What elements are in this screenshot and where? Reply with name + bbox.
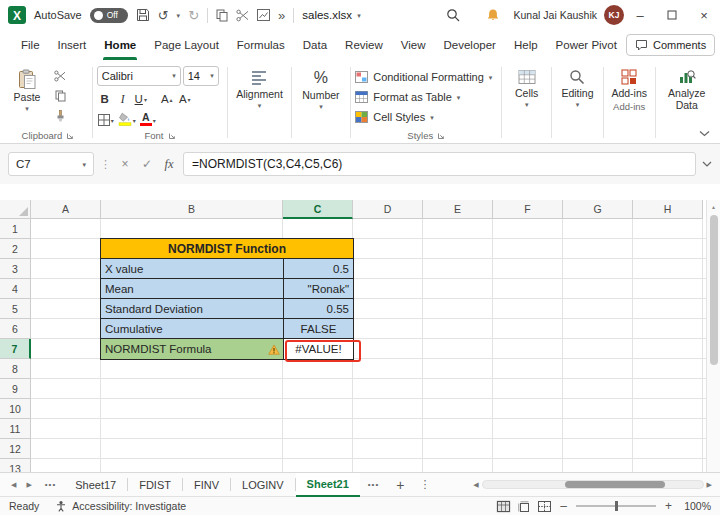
horizontal-scrollbar[interactable]: ◀ ▶ (473, 480, 714, 489)
chart-icon[interactable] (257, 9, 270, 21)
page-break-view-button[interactable] (538, 501, 551, 512)
zoom-slider[interactable] (576, 505, 656, 507)
font-color-button[interactable]: A▾ (139, 109, 157, 126)
autosave-toggle[interactable]: Off (90, 8, 128, 23)
undo-caret-icon[interactable]: ▾ (177, 12, 181, 19)
cut-icon[interactable] (236, 9, 249, 22)
collapse-ribbon-icon[interactable] (699, 130, 710, 137)
column-header-c[interactable]: C (283, 200, 353, 219)
tab-power-pivot[interactable]: Power Pivot (547, 30, 626, 60)
minimize-button[interactable]: – (624, 0, 656, 30)
row-header-13[interactable]: 13 (0, 459, 31, 472)
user-name[interactable]: Kunal Jai Kaushik (514, 9, 597, 21)
format-as-table-button[interactable]: Format as Table ▾ (353, 88, 460, 106)
alignment-button[interactable]: Alignment ▾ (230, 65, 288, 109)
borders-button[interactable]: ▾ (97, 109, 115, 126)
sheet-tab-loginv[interactable]: LOGINV (231, 473, 295, 497)
formula-input[interactable]: =NORMDIST(C3,C4,C5,C6) (183, 152, 696, 176)
dialog-launcher-icon[interactable] (66, 132, 74, 140)
editing-button[interactable]: Editing ▾ (554, 65, 601, 108)
cancel-entry-button[interactable]: × (117, 157, 133, 171)
sheet-tab-sheet17[interactable]: Sheet17 (64, 473, 127, 497)
maximize-button[interactable] (656, 0, 688, 30)
conditional-formatting-button[interactable]: Conditional Formatting ▾ (353, 68, 492, 86)
column-header-f[interactable]: F (493, 200, 563, 219)
sheet-overflow-left[interactable]: ••• (37, 480, 64, 489)
tab-file[interactable]: File (12, 30, 49, 60)
document-title[interactable]: sales.xlsx ▾ (302, 9, 360, 21)
user-avatar[interactable]: KJ (604, 5, 624, 25)
analyze-data-button[interactable]: Analyze Data (658, 65, 716, 111)
comments-button[interactable]: Comments (626, 34, 715, 56)
vscroll-thumb[interactable] (710, 215, 718, 365)
scroll-left-icon[interactable]: ◀ (473, 481, 478, 489)
cell-styles-button[interactable]: Cell Styles ▾ (353, 108, 433, 126)
cells-button[interactable]: Cells ▾ (504, 65, 549, 108)
tab-home[interactable]: Home (95, 30, 145, 60)
tab-formulas[interactable]: Formulas (228, 30, 294, 60)
redo-icon[interactable]: ↻ (188, 9, 199, 22)
formula-bar-expand-icon[interactable] (702, 161, 712, 167)
row-header-5[interactable]: 5 (0, 299, 31, 319)
row-header-7[interactable]: 7 (0, 339, 31, 359)
scroll-right-icon[interactable]: ▶ (707, 481, 712, 489)
name-box[interactable]: C7 ▾ (8, 152, 94, 176)
cell-b5[interactable]: Standard Deviation (101, 299, 284, 318)
copy-button[interactable] (50, 88, 70, 104)
format-painter-button[interactable] (50, 108, 70, 124)
zoom-slider-thumb[interactable] (615, 501, 618, 511)
row-header-1[interactable]: 1 (0, 219, 31, 239)
undo-icon[interactable]: ↺ (158, 9, 169, 22)
row-header-9[interactable]: 9 (0, 379, 31, 399)
row-header-8[interactable]: 8 (0, 359, 31, 379)
tab-insert[interactable]: Insert (49, 30, 96, 60)
tab-review[interactable]: Review (336, 30, 392, 60)
row-header-6[interactable]: 6 (0, 319, 31, 339)
select-all-corner[interactable] (0, 200, 31, 219)
row-header-10[interactable]: 10 (0, 399, 31, 419)
zoom-in-button[interactable]: + (663, 499, 674, 513)
sheet-tab-finv[interactable]: FINV (183, 473, 230, 497)
page-layout-view-button[interactable] (518, 501, 531, 512)
cell-c7-active[interactable]: #VALUE! (284, 339, 353, 359)
column-header-e[interactable]: E (423, 200, 493, 219)
row-header-12[interactable]: 12 (0, 439, 31, 459)
toolbar-overflow-icon[interactable]: » (278, 9, 285, 22)
dialog-launcher-icon[interactable] (168, 132, 176, 140)
formula-bar-handle-icon[interactable]: ⋮ (100, 158, 111, 171)
dialog-launcher-icon[interactable] (437, 132, 445, 140)
error-warning-icon[interactable] (268, 344, 280, 355)
sheet-nav-right-icon[interactable]: ▶ (21, 481, 36, 489)
cell-b7[interactable]: NORMDIST Formula (101, 339, 284, 359)
cell-b6[interactable]: Cumulative (101, 319, 284, 338)
hscroll-thumb[interactable] (565, 481, 665, 488)
zoom-level[interactable]: 100% (681, 500, 711, 512)
insert-function-button[interactable]: fx (161, 157, 177, 172)
cell-c5[interactable]: 0.55 (284, 299, 353, 318)
cell-b3[interactable]: X value (101, 259, 284, 278)
tab-developer[interactable]: Developer (435, 30, 505, 60)
tab-view[interactable]: View (392, 30, 435, 60)
italic-button[interactable]: I (115, 88, 131, 105)
normal-view-button[interactable] (496, 500, 511, 513)
cell-b4[interactable]: Mean (101, 279, 284, 298)
cell-c4[interactable]: "Ronak" (284, 279, 353, 298)
paste-button[interactable]: Paste ▾ (6, 65, 48, 112)
hscroll-track[interactable] (482, 480, 704, 489)
sheet-tab-fdist[interactable]: FDIST (128, 473, 182, 497)
decrease-font-button[interactable]: A▾ (177, 88, 193, 105)
font-name-select[interactable]: Calibri ▾ (97, 66, 181, 86)
row-header-11[interactable]: 11 (0, 419, 31, 439)
zoom-out-button[interactable]: – (558, 499, 569, 513)
increase-font-button[interactable]: A▴ (159, 88, 175, 105)
bold-button[interactable]: B (97, 88, 113, 105)
cell-c6[interactable]: FALSE (284, 319, 353, 338)
tab-help[interactable]: Help (505, 30, 547, 60)
cell-c3[interactable]: 0.5 (284, 259, 353, 278)
confirm-entry-button[interactable]: ✓ (139, 157, 155, 171)
accessibility-status[interactable]: Accessibility: Investigate (55, 500, 186, 512)
addins-button[interactable]: Add-ins (606, 65, 653, 99)
column-header-a[interactable]: A (31, 200, 101, 219)
sheet-overflow-right[interactable]: ••• (360, 480, 387, 489)
column-header-b[interactable]: B (101, 200, 283, 219)
